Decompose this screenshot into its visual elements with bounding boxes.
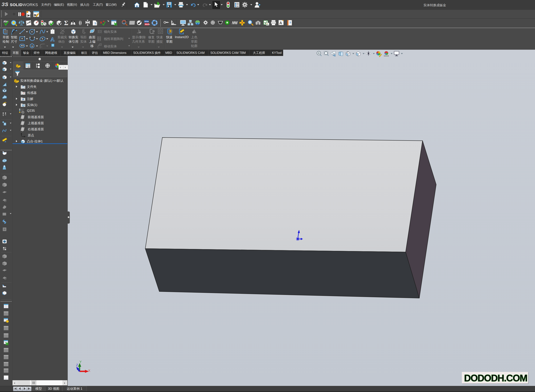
svg-text:Z: Z bbox=[76, 363, 78, 367]
svg-text:A: A bbox=[22, 98, 24, 101]
svg-text:A: A bbox=[279, 21, 282, 25]
svg-text:{▶}: {▶} bbox=[27, 14, 31, 17]
svg-text:Σ: Σ bbox=[64, 20, 68, 26]
svg-text:Works: Works bbox=[145, 23, 150, 25]
svg-text:?: ? bbox=[289, 21, 291, 24]
svg-text:A: A bbox=[51, 36, 55, 42]
svg-text:?: ? bbox=[94, 22, 96, 25]
svg-text:Drive: Drive bbox=[144, 20, 149, 22]
svg-text:Y: Y bbox=[79, 360, 82, 364]
svg-text:X: X bbox=[88, 369, 90, 373]
